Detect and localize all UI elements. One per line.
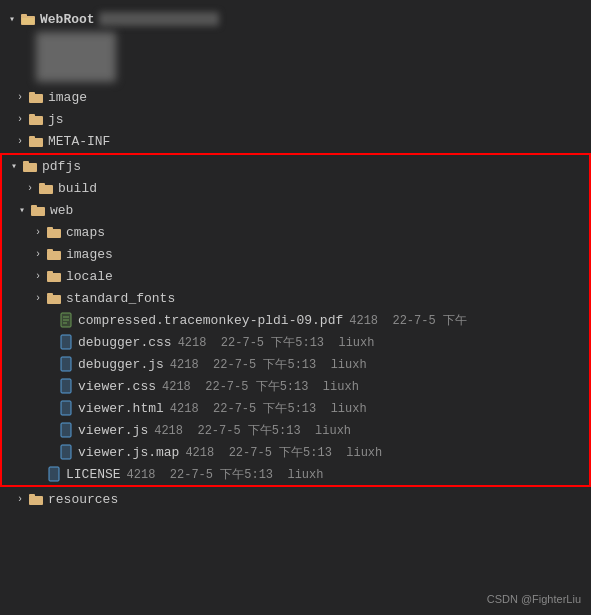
webroot-folder-icon xyxy=(20,11,36,27)
js-arrow xyxy=(12,114,28,125)
locale-arrow xyxy=(30,271,46,282)
tree-item-compressed[interactable]: compressed.tracemonkey-pldi-09.pdf 4218 … xyxy=(2,309,589,331)
images-arrow xyxy=(30,249,46,260)
tree-item-locale[interactable]: locale xyxy=(2,265,589,287)
svg-rect-43 xyxy=(29,494,35,497)
debugger-js-label: debugger.js xyxy=(78,357,164,372)
debugger-css-meta: 4218 22-7-5 下午5:13 liuxh xyxy=(178,334,375,351)
viewer-js-meta: 4218 22-7-5 下午5:13 liuxh xyxy=(154,422,351,439)
locale-label: locale xyxy=(66,269,113,284)
pdfjs-folder-icon xyxy=(22,158,38,174)
tree-item-resources[interactable]: resources xyxy=(0,488,591,510)
viewer-css-meta: 4218 22-7-5 下午5:13 liuxh xyxy=(162,378,359,395)
svg-rect-1 xyxy=(21,14,27,17)
viewer-css-label: viewer.css xyxy=(78,379,156,394)
debugger-js-meta: 4218 22-7-5 下午5:13 liuxh xyxy=(170,356,367,373)
svg-rect-4 xyxy=(29,92,35,95)
tree-item-viewer-html[interactable]: viewer.html 4218 22-7-5 下午5:13 liuxh xyxy=(2,397,589,419)
debugger-css-file-icon xyxy=(58,334,74,350)
svg-rect-42 xyxy=(29,496,43,505)
svg-rect-18 xyxy=(47,249,53,252)
images-folder-icon xyxy=(46,246,62,262)
images-label: images xyxy=(66,247,113,262)
file-tree: WebRoot image js xyxy=(0,0,591,615)
tree-item-viewer-js[interactable]: viewer.js 4218 22-7-5 下午5:13 liuxh xyxy=(2,419,589,441)
svg-rect-3 xyxy=(29,94,43,103)
standard-fonts-label: standard_fonts xyxy=(66,291,175,306)
viewer-js-map-label: viewer.js.map xyxy=(78,445,179,460)
web-label: web xyxy=(50,203,73,218)
svg-rect-38 xyxy=(61,445,71,459)
svg-rect-14 xyxy=(31,205,37,208)
license-meta: 4218 22-7-5 下午5:13 liuxh xyxy=(127,466,324,483)
svg-rect-9 xyxy=(23,163,37,172)
locale-folder-icon xyxy=(46,268,62,284)
viewer-js-map-meta: 4218 22-7-5 下午5:13 liuxh xyxy=(185,444,382,461)
svg-rect-15 xyxy=(47,229,61,238)
svg-rect-17 xyxy=(47,251,61,260)
highlighted-section: pdfjs build web xyxy=(0,153,591,487)
meta-inf-arrow xyxy=(12,136,28,147)
pdfjs-label: pdfjs xyxy=(42,159,81,174)
standard-fonts-folder-icon xyxy=(46,290,62,306)
svg-rect-36 xyxy=(61,423,71,437)
tree-item-image[interactable]: image xyxy=(0,86,591,108)
license-label: LICENSE xyxy=(66,467,121,482)
webroot-arrow xyxy=(4,13,20,25)
svg-rect-20 xyxy=(47,271,53,274)
standard-fonts-arrow xyxy=(30,293,46,304)
tree-item-js[interactable]: js xyxy=(0,108,591,130)
svg-rect-10 xyxy=(23,161,29,164)
resources-label: resources xyxy=(48,492,118,507)
cmaps-folder-icon xyxy=(46,224,62,240)
svg-rect-11 xyxy=(39,185,53,194)
svg-rect-40 xyxy=(49,467,59,481)
cmaps-label: cmaps xyxy=(66,225,105,240)
tree-item-debugger-js[interactable]: debugger.js 4218 22-7-5 下午5:13 liuxh xyxy=(2,353,589,375)
webroot-item[interactable]: WebRoot xyxy=(0,8,591,30)
license-file-icon xyxy=(46,466,62,482)
js-label: js xyxy=(48,112,64,127)
blurred-text xyxy=(99,12,219,26)
viewer-html-label: viewer.html xyxy=(78,401,164,416)
svg-rect-5 xyxy=(29,116,43,125)
tree-item-viewer-css[interactable]: viewer.css 4218 22-7-5 下午5:13 liuxh xyxy=(2,375,589,397)
tree-item-web[interactable]: web xyxy=(2,199,589,221)
build-label: build xyxy=(58,181,97,196)
pdfjs-arrow xyxy=(6,160,22,172)
tree-item-meta-inf[interactable]: META-INF xyxy=(0,130,591,152)
svg-rect-30 xyxy=(61,357,71,371)
viewer-html-meta: 4218 22-7-5 下午5:13 liuxh xyxy=(170,400,367,417)
svg-rect-34 xyxy=(61,401,71,415)
meta-inf-folder-icon xyxy=(28,133,44,149)
debugger-css-label: debugger.css xyxy=(78,335,172,350)
tree-item-standard-fonts[interactable]: standard_fonts xyxy=(2,287,589,309)
resources-folder-icon xyxy=(28,491,44,507)
svg-rect-21 xyxy=(47,295,61,304)
watermark: CSDN @FighterLiu xyxy=(487,593,581,605)
svg-rect-13 xyxy=(31,207,45,216)
tree-item-license[interactable]: LICENSE 4218 22-7-5 下午5:13 liuxh xyxy=(2,463,589,485)
compressed-label: compressed.tracemonkey-pldi-09.pdf xyxy=(78,313,343,328)
cmaps-arrow xyxy=(30,227,46,238)
svg-rect-2 xyxy=(22,18,34,24)
tree-item-cmaps[interactable]: cmaps xyxy=(2,221,589,243)
web-folder-icon xyxy=(30,202,46,218)
meta-inf-label: META-INF xyxy=(48,134,110,149)
image-label: image xyxy=(48,90,87,105)
build-arrow xyxy=(22,183,38,194)
tree-item-viewer-js-map[interactable]: viewer.js.map 4218 22-7-5 下午5:13 liuxh xyxy=(2,441,589,463)
tree-item-build[interactable]: build xyxy=(2,177,589,199)
viewer-css-file-icon xyxy=(58,378,74,394)
debugger-js-file-icon xyxy=(58,356,74,372)
tree-item-images[interactable]: images xyxy=(2,243,589,265)
tree-item-pdfjs[interactable]: pdfjs xyxy=(2,155,589,177)
svg-rect-19 xyxy=(47,273,61,282)
build-folder-icon xyxy=(38,180,54,196)
svg-rect-12 xyxy=(39,183,45,186)
image-arrow xyxy=(12,92,28,103)
svg-rect-8 xyxy=(29,136,35,139)
svg-rect-32 xyxy=(61,379,71,393)
svg-rect-28 xyxy=(61,335,71,349)
tree-item-debugger-css[interactable]: debugger.css 4218 22-7-5 下午5:13 liuxh xyxy=(2,331,589,353)
